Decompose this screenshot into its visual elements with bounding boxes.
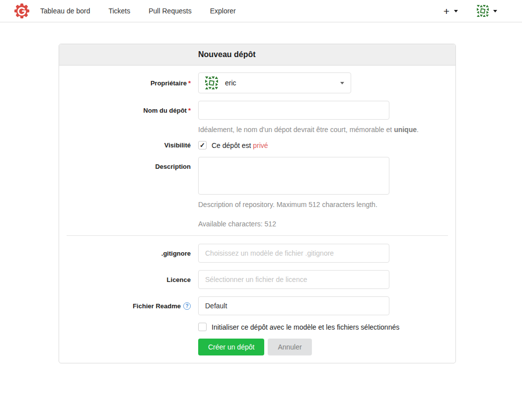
checkbox-box-unchecked[interactable] — [198, 323, 207, 331]
license-field-row: Licence — [66, 270, 448, 289]
cancel-button[interactable]: Annuler — [268, 339, 311, 355]
nav-links: Tableau de bord Tickets Pull Requests Ex… — [40, 0, 236, 22]
readme-input[interactable] — [198, 296, 389, 315]
chevron-down-icon — [454, 10, 458, 12]
visibility-field-row: Visibilité ✓ Ce dépôt est privé — [66, 141, 448, 149]
repo-name-help: Idéalement, le nom d'un dépot devrait êt… — [198, 126, 447, 134]
init-checkbox-label: Initialiser ce dépôt avec le modèle et l… — [212, 323, 399, 331]
create-repo-button[interactable]: Créer un dépôt — [198, 339, 264, 355]
navbar-right: + — [444, 5, 497, 17]
owner-avatar-identicon — [205, 76, 218, 89]
private-checkbox-label: Ce dépôt est privé — [212, 141, 268, 149]
private-checkbox[interactable]: ✓ Ce dépôt est privé — [198, 141, 268, 149]
help-circle-icon[interactable]: ? — [183, 302, 191, 310]
init-checkbox-row: Initialiser ce dépôt avec le modèle et l… — [66, 323, 448, 331]
repo-name-field-row: Nom du dépôt* Idéalement, le nom d'un dé… — [66, 101, 448, 134]
chevron-down-icon — [340, 82, 344, 84]
description-help: Description of repository. Maximum 512 c… — [198, 201, 447, 209]
description-field-row: Description Description of repository. M… — [66, 157, 448, 228]
repo-name-input[interactable] — [198, 101, 389, 120]
form-title-text: Nouveau dépôt — [198, 50, 256, 59]
gitignore-label: .gitignore — [66, 250, 198, 257]
page-content: Nouveau dépôt Propriétaire* eric — [0, 44, 522, 363]
create-new-dropdown[interactable]: + — [444, 6, 458, 16]
section-divider — [67, 235, 448, 236]
top-navbar: Tableau de bord Tickets Pull Requests Ex… — [0, 0, 522, 22]
nav-item-dashboard[interactable]: Tableau de bord — [40, 0, 90, 22]
license-label: Licence — [66, 276, 198, 283]
owner-label: Propriétaire* — [66, 79, 198, 87]
readme-field-row: Fichier Readme ? — [66, 296, 448, 315]
visibility-label: Visibilité — [66, 141, 198, 149]
description-label: Description — [66, 157, 198, 228]
form-title: Nouveau dépôt — [59, 44, 455, 66]
required-asterisk: * — [188, 79, 191, 87]
checkbox-box-checked[interactable]: ✓ — [198, 141, 207, 149]
nav-item-pull-requests[interactable]: Pull Requests — [149, 0, 191, 22]
nav-item-issues[interactable]: Tickets — [108, 0, 130, 22]
owner-field-row: Propriétaire* eric — [66, 72, 448, 93]
form-actions: Créer un dépôt Annuler — [198, 339, 448, 355]
owner-name: eric — [225, 79, 236, 87]
required-asterisk: * — [188, 107, 191, 114]
chevron-down-icon — [493, 10, 497, 12]
description-textarea[interactable] — [198, 157, 389, 195]
init-checkbox[interactable]: Initialiser ce dépôt avec le modèle et l… — [198, 323, 399, 331]
new-repo-form: Propriétaire* eric Nom du dépôt* — [59, 66, 455, 363]
readme-label: Fichier Readme ? — [66, 302, 198, 310]
plus-icon: + — [444, 6, 449, 16]
owner-select[interactable]: eric — [198, 72, 351, 93]
user-menu-dropdown[interactable] — [477, 5, 497, 17]
available-characters: Available characters: 512 — [198, 220, 447, 228]
repo-name-label: Nom du dépôt* — [66, 101, 198, 134]
gitea-logo[interactable] — [14, 3, 30, 19]
gitignore-field-row: .gitignore — [66, 244, 448, 263]
new-repo-panel: Nouveau dépôt Propriétaire* eric — [59, 44, 456, 363]
private-word: privé — [253, 141, 268, 149]
gitignore-input[interactable] — [198, 244, 389, 263]
nav-item-explore[interactable]: Explorer — [210, 0, 236, 22]
user-avatar-identicon — [477, 5, 489, 17]
license-input[interactable] — [198, 270, 389, 289]
checkmark-icon: ✓ — [200, 142, 205, 148]
